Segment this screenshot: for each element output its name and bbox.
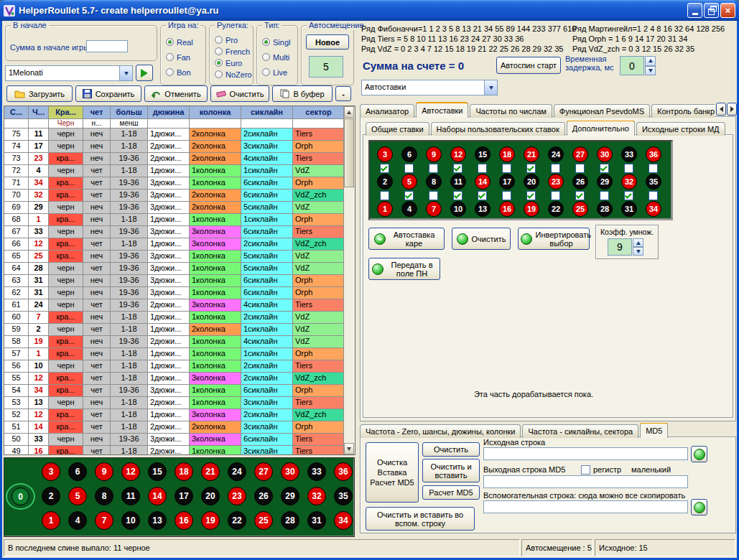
bet-checkbox[interactable] xyxy=(502,164,511,173)
board-number-35[interactable]: 35 xyxy=(334,487,353,505)
bet-checkbox[interactable] xyxy=(380,191,389,200)
board-number-24[interactable]: 24 xyxy=(228,462,246,481)
board-number-22[interactable]: 22 xyxy=(228,511,246,530)
multiplier-value[interactable]: 9 xyxy=(608,238,632,256)
table-row[interactable]: 7134кра...чет19-363дюжи...1колонка6сикла… xyxy=(4,177,345,190)
bet-checkbox[interactable] xyxy=(551,164,560,173)
bet-checkbox[interactable] xyxy=(380,164,389,173)
bet-checkbox[interactable] xyxy=(600,191,609,200)
board-number-29[interactable]: 29 xyxy=(597,174,613,190)
table-row[interactable]: 7511черннеч1-181дюжи...2колонка2сиклайнT… xyxy=(4,129,345,141)
bet-checkbox[interactable] xyxy=(404,191,414,200)
transfer-to-pn-button[interactable]: Передать в поле ПН xyxy=(368,258,440,280)
board-number-6[interactable]: 6 xyxy=(68,462,87,481)
board-number-10[interactable]: 10 xyxy=(121,511,140,530)
table-row[interactable]: 571кра...неч1-181дюжи...1колонка1сиклайн… xyxy=(4,348,345,360)
combo-arrow-button[interactable] xyxy=(119,66,132,80)
table-row[interactable]: 5610чернчет1-181дюжи...1колонка2сиклайнT… xyxy=(4,360,345,373)
table-row[interactable]: 5434кра...чет19-363дюжи...1колонка6сикла… xyxy=(4,385,345,397)
main-tab-3[interactable]: Частоты по числам xyxy=(470,104,552,118)
tabs-scroll-right-button[interactable] xyxy=(727,103,737,116)
board-number-29[interactable]: 29 xyxy=(281,487,299,505)
sub-tab-3[interactable]: Дополнительно xyxy=(567,121,635,136)
bet-checkbox[interactable] xyxy=(649,164,658,173)
board-number-4[interactable]: 4 xyxy=(68,511,87,530)
table-row[interactable]: 607кра...неч1-181дюжи...1колонка2сиклайн… xyxy=(4,312,345,324)
bet-checkbox[interactable] xyxy=(600,164,609,173)
sub-tab-4[interactable]: Исходные строки МД xyxy=(636,122,725,136)
board-number-18[interactable]: 18 xyxy=(499,146,515,162)
board-number-26[interactable]: 26 xyxy=(572,174,588,190)
close-button[interactable]: × xyxy=(720,3,735,18)
board-number-28[interactable]: 28 xyxy=(281,511,299,530)
main-tab-1[interactable]: Анализатор xyxy=(360,104,414,118)
board-number-7[interactable]: 7 xyxy=(426,201,442,217)
bet-checkbox[interactable] xyxy=(404,164,414,173)
md5-aux-action-button[interactable] xyxy=(691,499,707,515)
delay-spin-down[interactable] xyxy=(645,66,656,76)
board-number-2[interactable]: 2 xyxy=(42,487,60,505)
board-number-19[interactable]: 19 xyxy=(201,511,220,530)
board-number-34[interactable]: 34 xyxy=(646,201,661,217)
undo-button[interactable]: Отменить xyxy=(144,85,208,102)
bet-checkbox[interactable] xyxy=(575,191,585,200)
board-number-1[interactable]: 1 xyxy=(377,201,393,217)
bet-checkbox[interactable] xyxy=(478,164,487,173)
board-number-27[interactable]: 27 xyxy=(572,146,588,162)
board-number-26[interactable]: 26 xyxy=(254,487,273,505)
board-number-15[interactable]: 15 xyxy=(148,462,167,481)
md5-clear-paste-aux-button[interactable]: Очистить и вставить во вспом. строку xyxy=(366,507,475,531)
board-number-8[interactable]: 8 xyxy=(95,487,113,505)
autospin-start-button[interactable]: Автоспин старт xyxy=(496,57,561,74)
md5-aux-input[interactable] xyxy=(483,500,688,513)
table-row[interactable]: 5819кра...неч19-362дюжи...1колонка4сикла… xyxy=(4,336,345,348)
board-number-36[interactable]: 36 xyxy=(646,146,661,162)
board-number-9[interactable]: 9 xyxy=(426,146,442,162)
board-number-33[interactable]: 33 xyxy=(307,462,326,481)
board-number-36[interactable]: 36 xyxy=(334,462,353,481)
board-number-23[interactable]: 23 xyxy=(228,487,246,505)
board-number-17[interactable]: 17 xyxy=(499,174,515,190)
freq-tab-3[interactable]: MD5 xyxy=(640,423,668,438)
board-number-21[interactable]: 21 xyxy=(524,146,539,162)
delay-spin-up[interactable] xyxy=(645,56,656,66)
table-row[interactable]: 5512кра...чет1-181дюжи...3колонка2сиклай… xyxy=(4,373,345,385)
table-row[interactable]: 5033черннеч19-363дюжи...3колонка6сиклайн… xyxy=(4,434,345,446)
autobets-combobox[interactable]: Автоставки xyxy=(361,80,498,95)
table-row[interactable]: 6525кра...неч19-363дюжи...1колонка5сикла… xyxy=(4,251,345,263)
multiplier-spin-up[interactable] xyxy=(633,238,643,247)
autoshift-value[interactable]: 5 xyxy=(309,56,343,78)
md5-clear-button[interactable]: Очистить xyxy=(422,442,480,457)
board-number-13[interactable]: 13 xyxy=(148,511,167,530)
board-number-20[interactable]: 20 xyxy=(201,487,220,505)
radio-real[interactable]: Real xyxy=(166,37,204,47)
board-number-14[interactable]: 14 xyxy=(475,174,491,190)
minimize-button[interactable] xyxy=(687,3,702,18)
board-number-3[interactable]: 3 xyxy=(42,462,60,481)
table-row[interactable]: 681кра...неч1-181дюжи...1колонка1сиклайн… xyxy=(4,214,345,226)
board-number-35[interactable]: 35 xyxy=(646,174,661,190)
board-number-8[interactable]: 8 xyxy=(426,174,442,190)
delay-value[interactable]: 0 xyxy=(620,56,644,75)
board-number-7[interactable]: 7 xyxy=(95,511,113,530)
bet-checkbox[interactable] xyxy=(649,191,658,200)
md5-calc-button[interactable]: Расчет MD5 xyxy=(422,485,480,500)
table-row[interactable]: 5313черннеч1-182дюжи...1колонка3сиклайнT… xyxy=(4,397,345,409)
board-number-34[interactable]: 34 xyxy=(334,511,353,530)
table-row[interactable]: 7323кра...неч19-362дюжи...2колонка4сикла… xyxy=(4,153,345,165)
bet-checkbox[interactable] xyxy=(575,164,585,173)
md5-source-action-button[interactable] xyxy=(691,446,707,462)
sub-tab-1[interactable]: Общие ставки xyxy=(366,122,429,136)
board-number-11[interactable]: 11 xyxy=(121,487,140,505)
board-number-31[interactable]: 31 xyxy=(307,511,326,530)
table-row[interactable]: 6733черннеч19-363дюжи...3колонка6сиклайн… xyxy=(4,226,345,238)
bet-checkbox[interactable] xyxy=(429,164,438,173)
bet-checkbox[interactable] xyxy=(502,191,511,200)
board-number-5[interactable]: 5 xyxy=(401,174,417,190)
restore-button[interactable] xyxy=(704,3,719,18)
table-row[interactable]: 6124чернчет19-362дюжи...3колонка4сиклайн… xyxy=(4,299,345,312)
bet-checkbox[interactable] xyxy=(429,191,438,200)
board-number-33[interactable]: 33 xyxy=(621,146,637,162)
board-number-14[interactable]: 14 xyxy=(148,487,167,505)
table-row[interactable]: 7032кра...чет19-363дюжи...2колонка6сикла… xyxy=(4,190,345,202)
